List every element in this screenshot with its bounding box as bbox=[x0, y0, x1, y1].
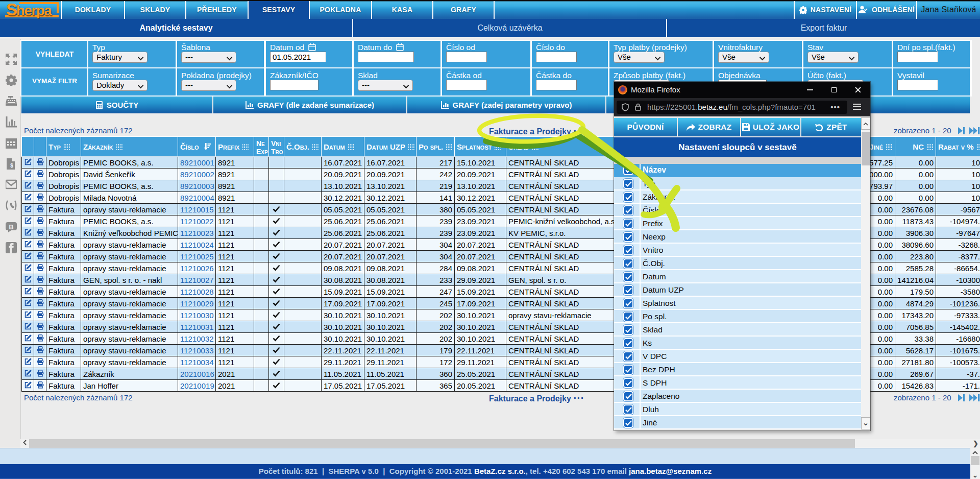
svg-text:B: B bbox=[9, 223, 13, 231]
svg-text:$: $ bbox=[10, 163, 13, 169]
